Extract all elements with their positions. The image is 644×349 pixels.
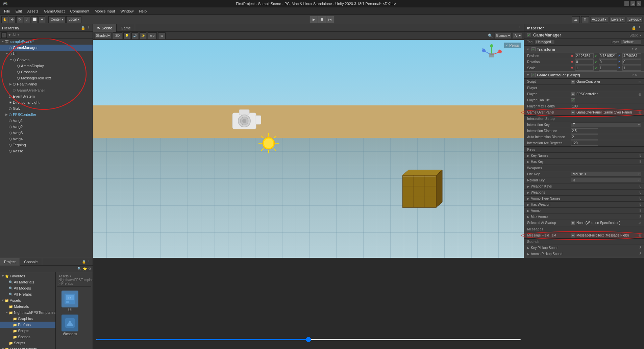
favorites-item[interactable]: ▼ ⭐ Favorites (0, 273, 55, 279)
hand-tool[interactable]: ✋ (1, 16, 8, 23)
transform-component-header[interactable]: ▼ Transform ? ⚙ ⋮ (524, 46, 644, 53)
step-button[interactable]: ⏭ (326, 16, 334, 23)
project-lock-icon[interactable]: 🔒 (82, 260, 86, 264)
layout-dropdown[interactable]: Layout ▾ (627, 17, 643, 23)
hierarchy-item-kasse[interactable]: ⬡ Kasse (0, 148, 93, 154)
key-names-row[interactable]: ▶ Key Names 8 (524, 153, 644, 159)
standard-assets-item[interactable]: ▼ 📁 Standard Assets (0, 346, 55, 349)
scale-tool[interactable]: ⤢ (24, 16, 30, 23)
hierarchy-item-gamemanager[interactable]: ⬡ GameManager (0, 45, 93, 51)
search-icon[interactable]: 🔍 (488, 33, 493, 38)
layer-dropdown[interactable]: Default (621, 40, 641, 45)
tab-console[interactable]: Console (20, 258, 42, 266)
script-target-icon[interactable]: ◎ (639, 80, 641, 83)
selected-at-startup-target-icon[interactable]: ◎ (639, 221, 641, 225)
hierarchy-item-ui[interactable]: ▼ ⬡ UI (0, 51, 93, 57)
player-can-die-checkbox[interactable] (571, 98, 575, 102)
grid-button[interactable]: ⊞ (158, 32, 166, 39)
hierarchy-item-vaeg1[interactable]: ⬡ Væg1 (0, 118, 93, 124)
transform-help-icon[interactable]: ? (632, 48, 634, 51)
gc-enabled[interactable] (531, 73, 536, 77)
effects-button[interactable]: ✨ (140, 32, 146, 39)
gizmos-dropdown[interactable]: Gizmos ▾ (494, 33, 512, 39)
bottom-slider[interactable] (96, 339, 521, 340)
weapons-row[interactable]: ▶ Weapons 8 (524, 190, 644, 196)
minimize-button[interactable]: ─ (624, 1, 629, 6)
player-max-health-input[interactable] (571, 104, 598, 109)
move-tool[interactable]: ✛ (9, 16, 16, 23)
all-materials-item[interactable]: 🔍 All Materials (0, 279, 55, 285)
all-prefabs-item[interactable]: 🔍 All Prefabs (0, 291, 55, 297)
scripts-item-2[interactable]: 📁 Scripts (0, 340, 55, 346)
hierarchy-item-vaeg2[interactable]: ⬡ Væg2 (0, 124, 93, 130)
hierarchy-item-gulv[interactable]: ⬡ Gulv (0, 105, 93, 111)
message-field-text-target-icon[interactable]: ◎ (639, 234, 641, 237)
transform-more-icon[interactable]: ⋮ (639, 48, 642, 51)
collab-button[interactable]: ☁ (572, 16, 580, 23)
hierarchy-add-button[interactable]: + (1, 32, 7, 38)
reload-key-dropdown[interactable]: R ▾ (571, 178, 641, 183)
hierarchy-item-tegning[interactable]: ⬡ Tegning (0, 142, 93, 148)
prefabs-item[interactable]: 📁 Prefabs (0, 322, 55, 328)
project-menu-icon[interactable]: ⋮ (87, 260, 91, 264)
menu-window[interactable]: Window (118, 8, 136, 14)
interaction-arc-degrees-input[interactable] (571, 141, 598, 146)
menu-assets[interactable]: Assets (25, 8, 41, 14)
center-button[interactable]: Center ▾ (48, 16, 66, 23)
hierarchy-menu-icon[interactable]: ⋮ (87, 26, 91, 30)
maximize-button[interactable]: □ (630, 1, 635, 6)
2d-button[interactable]: 2D (113, 32, 122, 39)
menu-icon[interactable]: ⋮ (638, 26, 641, 30)
active-checkbox[interactable] (527, 33, 531, 37)
rotation-x-input[interactable] (575, 59, 594, 65)
menu-file[interactable]: File (1, 8, 13, 14)
tab-project[interactable]: Project (0, 258, 20, 266)
position-x-input[interactable] (575, 53, 594, 58)
gc-help-icon[interactable]: ? (632, 73, 634, 77)
asset-weapons[interactable]: Weapons (60, 315, 80, 336)
play-button[interactable]: ▶ (310, 16, 318, 23)
gc-settings-icon[interactable]: ⚙ (635, 73, 638, 77)
hierarchy-item-messagefieldtext[interactable]: ⬡ MessageFieldText (0, 75, 93, 81)
key-pickup-sound-row[interactable]: ▶ Key Pickup Sound 8 (524, 245, 644, 251)
interaction-distance-input[interactable] (571, 128, 598, 133)
hierarchy-lock-icon[interactable]: 🔒 (81, 26, 85, 30)
lighting-button[interactable]: 💡 (123, 32, 130, 39)
scene-more-icon[interactable]: ⋮ (518, 26, 522, 30)
hierarchy-item-vaeg3[interactable]: ⬡ Væg3 (0, 130, 93, 136)
menu-gameobject[interactable]: GameObject (41, 8, 68, 14)
pause-button[interactable]: ⏸ (318, 16, 326, 23)
gc-more-icon[interactable]: ⋮ (639, 73, 642, 77)
orientation-gizmo[interactable]: X Y Z (480, 43, 503, 67)
interaction-key-dropdown[interactable]: E ▾ (571, 122, 641, 127)
tab-game[interactable]: Game (117, 24, 135, 32)
lock-icon[interactable]: 🔒 (631, 26, 636, 30)
position-z-input[interactable] (622, 53, 641, 58)
all-dropdown[interactable]: All ▾ (513, 33, 522, 39)
hierarchy-item-canvas[interactable]: ▼ ⬡ Canvas (0, 57, 93, 63)
scale-x-input[interactable] (575, 66, 594, 71)
weapon-keys-row[interactable]: ▶ Weapon Keys 8 (524, 183, 644, 190)
materials-item[interactable]: 📁 Materials (0, 303, 55, 309)
search-icon[interactable]: 🔍 (77, 267, 81, 271)
local-button[interactable]: Local ▾ (66, 16, 81, 23)
position-y-input[interactable] (599, 53, 617, 58)
star-icon[interactable]: ⭐ (83, 267, 87, 271)
tab-scene[interactable]: 👁 Scene (93, 24, 117, 32)
hidden-objects-button[interactable]: ⊘0 (148, 32, 157, 39)
close-button[interactable]: ✕ (637, 1, 641, 6)
assets-item[interactable]: ▼ 📁 Assets (0, 297, 55, 303)
settings-icon[interactable]: ⚙ (88, 267, 91, 271)
scale-y-input[interactable] (599, 66, 617, 71)
tag-dropdown[interactable]: Untagged (535, 40, 555, 45)
scripts-item-1[interactable]: 📁 Scripts (0, 328, 55, 334)
game-over-panel-target-icon[interactable]: ◎ (639, 111, 641, 114)
graphics-item[interactable]: 📁 Graphics (0, 316, 55, 322)
has-key-row[interactable]: ▶ Has Key 8 (524, 159, 644, 165)
cloud-button[interactable]: ⚙ (581, 16, 589, 23)
ammo-pickup-sound-row[interactable]: ▶ Ammo Pickup Sound 8 (524, 251, 644, 257)
sun-object[interactable] (257, 131, 280, 155)
scenes-item[interactable]: 📁 Scenes (0, 334, 55, 340)
menu-mobile-input[interactable]: Mobile Input (92, 8, 118, 14)
hierarchy-item-fpscontroller[interactable]: ▶ ⬡ FPSController (0, 111, 93, 118)
